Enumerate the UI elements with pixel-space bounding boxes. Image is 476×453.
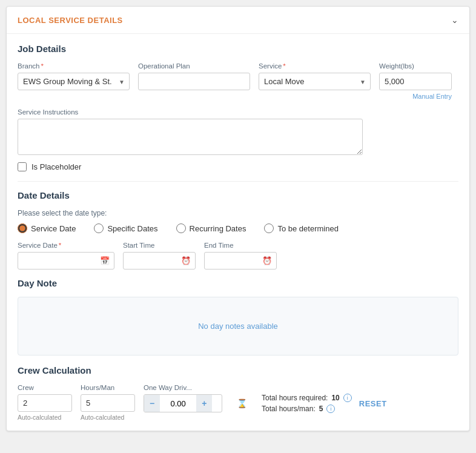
radio-service-date[interactable]: Service Date bbox=[18, 223, 76, 233]
date-time-row: Service Date* 📅 Start Time ⏰ End Time bbox=[18, 242, 458, 269]
radio-to-be-determined[interactable]: To be determined bbox=[264, 223, 338, 233]
is-placeholder-row: Is Placeholder bbox=[18, 162, 458, 171]
service-date-input[interactable] bbox=[18, 252, 114, 269]
job-details-title: Job Details bbox=[18, 44, 458, 54]
service-date-wrapper: 📅 bbox=[18, 252, 114, 269]
crew-calculation-title: Crew Calculation bbox=[18, 365, 458, 375]
hourglass-icon: ⌛ bbox=[237, 398, 247, 408]
weight-group: Weight(lbs) Manual Entry bbox=[379, 62, 452, 100]
crew-label: Crew bbox=[18, 384, 72, 391]
hours-per-man-input[interactable] bbox=[81, 394, 135, 412]
day-note-area: No day notes available bbox=[18, 297, 458, 355]
crew-row: Crew Auto-calculated Hours/Man Auto-calc… bbox=[18, 384, 458, 421]
start-time-label: Start Time bbox=[123, 242, 196, 249]
total-hours-per-man-row: Total hours/man: 5 i bbox=[262, 405, 352, 413]
branch-select[interactable]: EWS Group Moving & St... bbox=[18, 73, 130, 90]
radio-recurring-dates-label: Recurring Dates bbox=[190, 224, 246, 233]
crew-group: Crew Auto-calculated bbox=[18, 384, 72, 421]
radio-recurring-dates-input[interactable] bbox=[176, 223, 186, 233]
hours-per-man-label: Hours/Man bbox=[81, 384, 135, 391]
end-time-group: End Time ⏰ bbox=[204, 242, 277, 269]
radio-service-date-label: Service Date bbox=[31, 224, 76, 233]
card-header: LOCAL SERVICE DETAILS ⌄ bbox=[7, 7, 469, 34]
end-time-input[interactable] bbox=[204, 252, 277, 269]
crew-auto-calc: Auto-calculated bbox=[18, 414, 72, 421]
operational-plan-group: Operational Plan bbox=[138, 62, 250, 90]
operational-plan-label: Operational Plan bbox=[138, 62, 250, 70]
branch-select-wrapper: EWS Group Moving & St... ▼ bbox=[18, 73, 130, 90]
radio-specific-dates-input[interactable] bbox=[94, 223, 104, 233]
service-instructions-textarea[interactable] bbox=[18, 119, 363, 155]
end-time-label: End Time bbox=[204, 242, 277, 249]
operational-plan-input[interactable] bbox=[138, 73, 250, 90]
start-time-group: Start Time ⏰ bbox=[123, 242, 196, 269]
is-placeholder-label: Is Placeholder bbox=[31, 162, 81, 171]
day-note-empty-message: No day notes available bbox=[198, 322, 278, 331]
stepper-input[interactable] bbox=[160, 395, 196, 412]
collapse-icon[interactable]: ⌄ bbox=[451, 15, 458, 25]
total-hours-per-man-info-icon[interactable]: i bbox=[326, 405, 335, 413]
hours-per-man-group: Hours/Man Auto-calculated bbox=[81, 384, 135, 421]
start-time-input[interactable] bbox=[123, 252, 196, 269]
service-date-label: Service Date* bbox=[18, 242, 114, 249]
one-way-drive-group: One Way Driv... − + bbox=[144, 384, 222, 412]
date-details-title: Date Details bbox=[18, 190, 458, 200]
branch-group: Branch* EWS Group Moving & St... ▼ bbox=[18, 62, 130, 90]
service-select[interactable]: Local Move Long Distance International bbox=[259, 73, 371, 90]
date-type-radio-group: Service Date Specific Dates Recurring Da… bbox=[18, 223, 458, 233]
radio-to-be-determined-label: To be determined bbox=[277, 224, 338, 233]
crew-calculation-section: Crew Calculation Crew Auto-calculated Ho… bbox=[18, 365, 458, 421]
service-group: Service* Local Move Long Distance Intern… bbox=[259, 62, 371, 90]
local-service-details-card: LOCAL SERVICE DETAILS ⌄ Job Details Bran… bbox=[6, 6, 470, 431]
stepper-wrapper: − + bbox=[144, 394, 222, 412]
service-select-wrapper: Local Move Long Distance International ▼ bbox=[259, 73, 371, 90]
total-info: Total hours required: 10 i Total hours/m… bbox=[262, 394, 352, 413]
radio-recurring-dates[interactable]: Recurring Dates bbox=[176, 223, 246, 233]
total-hours-required-label: Total hours required: bbox=[262, 394, 328, 402]
branch-label: Branch* bbox=[18, 62, 130, 70]
total-hours-info-icon[interactable]: i bbox=[343, 394, 352, 402]
reset-button[interactable]: RESET bbox=[359, 399, 387, 408]
radio-specific-dates[interactable]: Specific Dates bbox=[94, 223, 157, 233]
weight-label: Weight(lbs) bbox=[379, 62, 452, 70]
service-instructions-group: Service Instructions bbox=[18, 108, 458, 155]
radio-specific-dates-label: Specific Dates bbox=[107, 224, 157, 233]
manual-entry-link[interactable]: Manual Entry bbox=[379, 93, 452, 100]
stepper-plus-button[interactable]: + bbox=[196, 395, 212, 412]
service-label: Service* bbox=[259, 62, 371, 70]
one-way-drive-label: One Way Driv... bbox=[144, 384, 222, 391]
job-fields-row: Branch* EWS Group Moving & St... ▼ Opera… bbox=[18, 62, 458, 100]
card-title: LOCAL SERVICE DETAILS bbox=[18, 16, 123, 25]
is-placeholder-checkbox[interactable] bbox=[18, 162, 27, 171]
card-body: Job Details Branch* EWS Group Moving & S… bbox=[7, 34, 469, 431]
total-hours-per-man-value: 5 bbox=[319, 405, 323, 413]
end-time-wrapper: ⏰ bbox=[204, 252, 277, 269]
weight-input[interactable] bbox=[379, 73, 452, 90]
totals-section: ⌛ Total hours required: 10 i Total hours… bbox=[237, 394, 387, 413]
radio-service-date-input[interactable] bbox=[18, 223, 27, 233]
divider-1 bbox=[18, 181, 458, 182]
hours-auto-calc: Auto-calculated bbox=[81, 414, 135, 421]
total-hours-per-man-label: Total hours/man: bbox=[262, 405, 316, 413]
radio-to-be-determined-input[interactable] bbox=[264, 223, 274, 233]
service-instructions-label: Service Instructions bbox=[18, 108, 458, 116]
date-type-prompt: Please select the date type: bbox=[18, 209, 458, 217]
service-date-group: Service Date* 📅 bbox=[18, 242, 114, 269]
crew-input[interactable] bbox=[18, 394, 72, 412]
total-hours-required-value: 10 bbox=[331, 394, 339, 402]
stepper-minus-button[interactable]: − bbox=[144, 395, 160, 412]
total-hours-required-row: Total hours required: 10 i bbox=[262, 394, 352, 402]
day-note-title: Day Note bbox=[18, 278, 458, 288]
start-time-wrapper: ⏰ bbox=[123, 252, 196, 269]
